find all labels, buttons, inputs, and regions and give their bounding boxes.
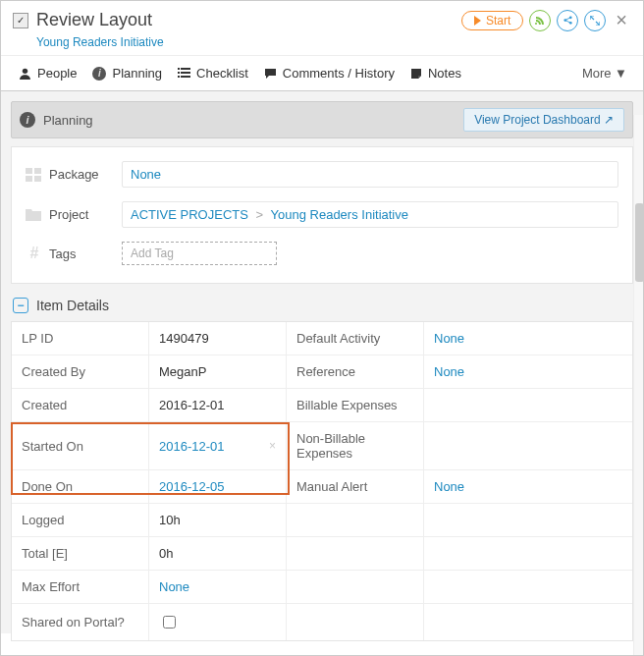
package-value: None — [131, 167, 161, 182]
total-value: 0h — [149, 537, 287, 571]
tab-label: People — [37, 66, 77, 81]
share-icon[interactable] — [557, 10, 578, 31]
start-label: Start — [486, 14, 510, 27]
sharedportal-value[interactable] — [149, 604, 287, 640]
note-icon — [410, 68, 422, 80]
close-icon[interactable]: × — [612, 9, 631, 31]
clear-icon[interactable]: × — [269, 439, 276, 453]
info-icon: i — [20, 112, 35, 128]
info-icon: i — [92, 67, 106, 81]
tab-label: Planning — [112, 66, 162, 81]
tab-people[interactable]: People — [11, 62, 84, 84]
maxeffort-value[interactable]: None — [149, 571, 287, 604]
tab-planning[interactable]: i Planning — [84, 62, 170, 84]
reference-label: Reference — [287, 355, 424, 389]
tags-input[interactable]: Add Tag — [122, 242, 277, 265]
project-crumb-1[interactable]: ACTIVE PROJECTS — [131, 207, 248, 222]
empty-cell — [287, 537, 424, 571]
package-icon — [26, 168, 43, 182]
billable-expenses-label: Billable Expenses — [287, 389, 424, 422]
link-value: 2016-12-01 — [159, 439, 225, 454]
page-title: Review Layout — [36, 10, 461, 30]
empty-cell — [424, 537, 632, 571]
sharedportal-label: Shared on Portal? — [12, 604, 149, 640]
svg-rect-7 — [181, 72, 190, 74]
created-value: 2016-12-01 — [149, 389, 287, 422]
collapse-icon[interactable]: − — [13, 298, 28, 313]
reference-value[interactable]: None — [424, 355, 632, 389]
tab-more[interactable]: More ▼ — [582, 66, 633, 81]
empty-cell — [424, 504, 632, 537]
sharedportal-checkbox[interactable] — [163, 616, 176, 629]
link-value: 2016-12-05 — [159, 479, 225, 494]
project-crumb-2[interactable]: Young Readers Initiative — [271, 207, 408, 222]
manual-alert-label: Manual Alert — [287, 470, 424, 504]
manual-alert-value[interactable]: None — [424, 470, 632, 504]
default-activity-label: Default Activity — [287, 322, 424, 355]
svg-rect-4 — [178, 68, 180, 70]
link-value: None — [434, 364, 464, 379]
default-activity-value[interactable]: None — [424, 322, 632, 355]
svg-point-3 — [23, 69, 27, 74]
planning-section-header: i Planning View Project Dashboard ↗ — [11, 101, 633, 138]
tab-label: Comments / History — [283, 66, 395, 81]
svg-rect-11 — [34, 168, 41, 174]
play-icon — [474, 16, 481, 26]
project-field[interactable]: ACTIVE PROJECTS > Young Readers Initiati… — [122, 201, 618, 228]
svg-rect-6 — [178, 72, 180, 74]
empty-cell — [424, 604, 632, 640]
tags-label: Tags — [49, 246, 122, 261]
section-title: Planning — [43, 113, 463, 128]
lpid-value: 1490479 — [149, 322, 287, 355]
logged-label: Logged — [12, 504, 149, 537]
startedon-value[interactable]: 2016-12-01× — [149, 422, 287, 470]
planning-panel: Package None Project ACTIVE PROJECTS > Y… — [11, 146, 633, 284]
tab-label: Notes — [428, 66, 461, 81]
billable-expenses-value[interactable] — [424, 389, 632, 422]
package-label: Package — [49, 167, 122, 182]
expand-icon[interactable] — [584, 10, 606, 31]
empty-cell — [287, 504, 424, 537]
startedon-label: Started On — [12, 422, 149, 470]
svg-rect-13 — [34, 176, 41, 182]
scrollbar[interactable] — [633, 115, 644, 656]
lpid-label: LP ID — [12, 322, 149, 355]
view-dashboard-button[interactable]: View Project Dashboard ↗ — [463, 108, 624, 132]
doneon-value[interactable]: 2016-12-05 — [149, 470, 287, 504]
scrollbar-thumb[interactable] — [635, 203, 644, 282]
logged-value: 10h — [149, 504, 287, 537]
tab-bar: People i Planning Checklist Comments / H… — [1, 56, 643, 91]
tab-notes[interactable]: Notes — [402, 62, 469, 84]
breadcrumb-subtitle[interactable]: Young Readers Initiative — [36, 35, 631, 49]
svg-rect-10 — [26, 168, 32, 174]
tab-label: Checklist — [196, 66, 248, 81]
rss-icon[interactable] — [529, 10, 551, 31]
person-icon — [19, 67, 31, 80]
project-label: Project — [49, 207, 122, 222]
folder-icon — [26, 209, 43, 221]
empty-cell — [424, 571, 632, 604]
empty-cell — [287, 604, 424, 640]
svg-rect-8 — [178, 76, 180, 78]
link-value: None — [434, 479, 464, 494]
item-details-table: LP ID 1490479 Default Activity None Crea… — [11, 321, 633, 641]
svg-rect-5 — [181, 68, 190, 70]
tab-checklist[interactable]: Checklist — [170, 62, 256, 84]
link-value: None — [159, 579, 189, 594]
chevron-right-icon: > — [252, 207, 268, 222]
task-checkbox[interactable]: ✓ — [13, 13, 28, 28]
svg-rect-12 — [26, 176, 32, 182]
package-field[interactable]: None — [122, 161, 618, 188]
doneon-label: Done On — [12, 470, 149, 504]
svg-rect-9 — [181, 76, 190, 78]
nonbillable-expenses-value[interactable] — [424, 422, 632, 470]
total-label: Total [E] — [12, 537, 149, 571]
createdby-label: Created By — [12, 355, 149, 389]
tab-comments[interactable]: Comments / History — [256, 62, 402, 84]
start-button[interactable]: Start — [461, 11, 523, 30]
maxeffort-label: Max Effort — [12, 571, 149, 604]
createdby-value: MeganP — [149, 355, 287, 389]
nonbillable-expenses-label: Non-Billable Expenses — [287, 422, 424, 470]
empty-cell — [287, 571, 424, 604]
item-details-title: Item Details — [36, 298, 109, 313]
